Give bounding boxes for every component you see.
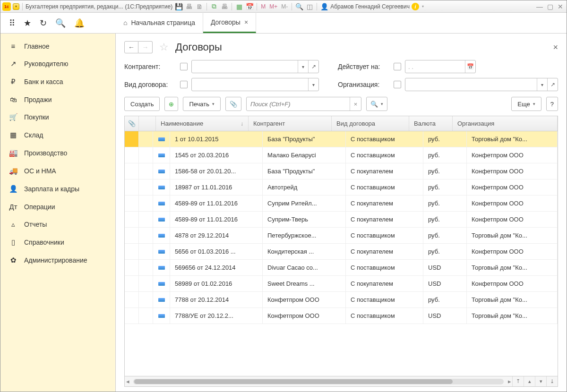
print-icon[interactable]: 🖶 <box>185 2 193 11</box>
table-row[interactable]: 5656 от 01.03.2016 ...Кондитерская ...С … <box>125 244 558 260</box>
sidebar-item-6[interactable]: 🏭Производство <box>0 144 115 162</box>
row-selector[interactable] <box>125 244 139 259</box>
scroll-bottom-icon[interactable]: ⤓ <box>546 376 558 386</box>
filter-contragent-input[interactable]: ▾ ↗ <box>191 60 319 73</box>
sidebar-item-3[interactable]: 🛍Продажи <box>0 91 115 108</box>
sidebar-item-10[interactable]: ▵Отчеты <box>0 215 115 233</box>
row-selector[interactable] <box>125 308 139 324</box>
calendar-icon[interactable]: 📅 <box>245 2 254 11</box>
create-button[interactable]: Создать <box>124 97 160 111</box>
table-row[interactable]: 7788 от 20.12.2014Конфетпром ОООС постав… <box>125 292 558 308</box>
scroll-left-icon[interactable]: ◂ <box>125 378 130 385</box>
table-row[interactable]: 7788/УЕ от 20.12.2...Конфетпром ОООС пос… <box>125 308 558 324</box>
filter-org-input[interactable]: ▾ ↗ <box>405 78 558 91</box>
calendar-picker-icon[interactable]: 📅 <box>465 60 475 73</box>
row-selector[interactable] <box>125 163 139 179</box>
print2-icon[interactable]: 🖶 <box>220 2 229 11</box>
filter-valid-on-check[interactable] <box>394 63 401 70</box>
attach-button[interactable]: 📎 <box>225 97 241 111</box>
copy-button[interactable]: ⊕ <box>164 97 178 111</box>
table-row[interactable]: 4589-89 от 11.01.2016Суприм-ТверьС покуп… <box>125 212 558 228</box>
mem-m-plus[interactable]: M+ <box>268 3 278 10</box>
row-selector[interactable] <box>125 196 139 211</box>
sidebar-item-9[interactable]: ДтОперации <box>0 198 115 215</box>
info-dd[interactable]: ▾ <box>421 4 425 9</box>
col-name[interactable]: Наименование <box>156 116 249 131</box>
table-row[interactable]: 1 от 10.01.2015База "Продукты"С поставщи… <box>125 131 558 147</box>
zoom-icon[interactable]: 🔍 <box>295 2 303 11</box>
minimize-icon[interactable]: — <box>535 2 544 11</box>
table-row[interactable]: 1545 от 20.03.2016Малако БеларусіС поста… <box>125 147 558 163</box>
tab-close-icon[interactable]: × <box>244 18 248 26</box>
search-field[interactable] <box>247 101 350 108</box>
dropdown-icon[interactable]: ▾ <box>298 60 308 73</box>
sidebar-item-8[interactable]: 👤Зарплата и кадры <box>0 180 115 198</box>
filter-date-input[interactable]: . . 📅 <box>405 60 476 73</box>
sidebar-item-11[interactable]: ▯Справочники <box>0 233 115 251</box>
apps-grid-icon[interactable]: ⠿ <box>9 18 15 28</box>
col-icon[interactable] <box>139 116 156 131</box>
sidebar-item-2[interactable]: ₽Банк и касса <box>0 73 115 91</box>
filter-contragent-check[interactable] <box>180 63 188 70</box>
table-row[interactable]: 4878 от 29.12.2014Петербуржское...С пост… <box>125 228 558 244</box>
col-type[interactable]: Вид договора <box>332 116 409 131</box>
row-selector[interactable] <box>125 276 139 291</box>
favorite-toggle-icon[interactable]: ☆ <box>159 41 169 53</box>
sidebar-item-4[interactable]: 🛒Покупки <box>0 108 115 126</box>
row-selector[interactable] <box>125 228 139 243</box>
sidebar-item-12[interactable]: ✿Администрирование <box>0 251 115 269</box>
preview-icon[interactable]: 🗎 <box>195 2 204 11</box>
filter-type-input[interactable]: ▾ <box>191 78 319 91</box>
open-icon[interactable]: ↗ <box>308 60 318 73</box>
scroll-right-icon[interactable]: ▸ <box>507 378 512 385</box>
scroll-down-icon[interactable]: ▾ <box>535 376 546 386</box>
close-window-icon[interactable]: ✕ <box>556 2 565 11</box>
row-selector[interactable] <box>125 212 139 227</box>
mem-m[interactable]: M <box>260 3 266 10</box>
calc-icon[interactable]: ▦ <box>235 2 243 11</box>
help-button[interactable]: ? <box>546 97 558 111</box>
app-menu-dropdown[interactable]: ▾ <box>13 3 19 10</box>
panels-icon[interactable]: ◫ <box>305 2 314 11</box>
mem-m-minus[interactable]: M- <box>280 3 289 10</box>
sidebar-item-1[interactable]: ↗Руководителю <box>0 55 115 73</box>
col-org[interactable]: Организация <box>453 116 558 131</box>
search-input[interactable]: × <box>246 97 361 111</box>
col-contragent[interactable]: Контрагент <box>249 116 332 131</box>
col-currency[interactable]: Валюта <box>409 116 453 131</box>
filter-org-check[interactable] <box>394 81 401 88</box>
tab-contracts[interactable]: Договоры × <box>203 12 256 33</box>
row-selector[interactable] <box>125 147 139 163</box>
row-selector[interactable] <box>125 260 139 275</box>
sidebar-item-7[interactable]: 🚚ОС и НМА <box>0 162 115 180</box>
maximize-icon[interactable]: ▢ <box>546 2 554 11</box>
favorite-star-icon[interactable]: ★ <box>24 18 31 28</box>
sidebar-item-5[interactable]: ▦Склад <box>0 126 115 144</box>
tab-home[interactable]: ⌂ Начальная страница <box>116 12 203 33</box>
history-icon[interactable]: ↻ <box>40 18 47 28</box>
table-row[interactable]: 4589-89 от 11.01.2016Суприм Ритейл...С п… <box>125 196 558 212</box>
notifications-icon[interactable]: 🔔 <box>74 18 85 28</box>
clear-search-icon[interactable]: × <box>350 97 361 111</box>
save-icon[interactable]: 💾 <box>174 2 183 11</box>
nav-back-button[interactable]: ← <box>124 41 138 53</box>
col-attachment[interactable]: 📎 <box>125 116 139 131</box>
info-icon[interactable]: i <box>412 3 419 10</box>
sidebar-item-0[interactable]: ≡Главное <box>0 37 115 55</box>
nav-forward-button[interactable]: → <box>138 41 153 53</box>
search-icon[interactable]: 🔍 <box>55 18 66 28</box>
row-selector[interactable] <box>125 179 139 195</box>
row-selector[interactable] <box>125 131 139 147</box>
table-row[interactable]: 58989 от 01.02.2016Sweet Dreams ...С пок… <box>125 276 558 292</box>
row-selector[interactable] <box>125 292 139 307</box>
scroll-up-icon[interactable]: ▴ <box>524 376 535 386</box>
dropdown-icon[interactable]: ▾ <box>537 78 547 91</box>
dropdown-icon[interactable]: ▾ <box>308 78 318 91</box>
scroll-top-icon[interactable]: ⤒ <box>512 376 524 386</box>
table-row[interactable]: 1586-58 от 20.01.20...База "Продукты"С п… <box>125 163 558 179</box>
compare-icon[interactable]: ⧉ <box>210 2 218 11</box>
search-execute-button[interactable]: 🔍▾ <box>366 97 387 111</box>
page-close-icon[interactable]: × <box>553 43 558 52</box>
more-button[interactable]: Еще▾ <box>511 97 541 111</box>
print-button[interactable]: Печать▾ <box>183 97 221 111</box>
